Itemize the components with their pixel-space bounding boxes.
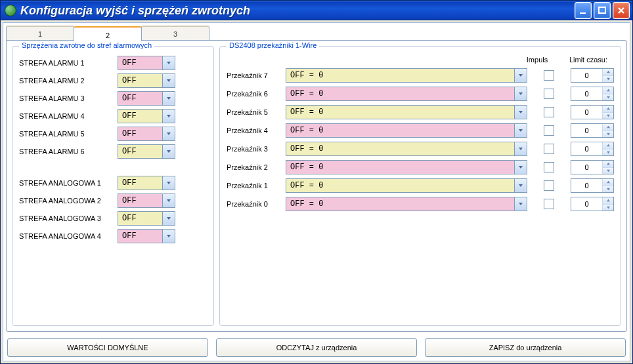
tab-3[interactable]: 3: [141, 26, 209, 41]
relay-label: Przekaźnik 0: [227, 200, 279, 208]
relay-row: Przekaźnik 3OFF = 00: [227, 141, 614, 157]
chevron-down-icon: [162, 127, 175, 140]
analog-row: STREFA ANALOGOWA 3OFF: [19, 211, 207, 226]
tab-1[interactable]: 1: [6, 26, 74, 41]
impuls-checkbox-2[interactable]: [544, 107, 554, 117]
analog-combo-2[interactable]: OFF: [118, 211, 175, 226]
relays-group: DS2408 przekaźniki 1-Wire Impuls Limit c…: [219, 46, 621, 326]
feedback-group: Sprzężenia zwrotne do stref alarmowych S…: [12, 46, 214, 326]
app-icon: [5, 5, 16, 16]
bottom-buttons: WARTOŚCI DOMYŚLNE ODCZYTAJ z urządzenia …: [7, 338, 626, 357]
relay-row: Przekaźnik 6OFF = 00: [227, 86, 614, 102]
limit-value: 0: [571, 69, 602, 82]
alarm-combo-0[interactable]: OFF: [118, 56, 175, 70]
spin-down-icon[interactable]: [603, 131, 613, 138]
analog-combo-3[interactable]: OFF: [118, 229, 175, 243]
alarm-combo-1[interactable]: OFF: [118, 73, 175, 88]
svg-rect-0: [580, 12, 586, 14]
impuls-cell: [534, 199, 564, 209]
relay-combo-4[interactable]: OFF = 0: [286, 142, 527, 156]
limit-spinner-3[interactable]: 0: [571, 123, 614, 138]
window: Konfiguracja wyjść i sprzężeń zwrotnych …: [0, 0, 633, 364]
analog-row: STREFA ANALOGOWA 1OFF: [19, 175, 207, 191]
spin-down-icon[interactable]: [603, 76, 613, 83]
defaults-button[interactable]: WARTOŚCI DOMYŚLNE: [7, 338, 208, 357]
impuls-cell: [534, 180, 564, 191]
spin-up-icon[interactable]: [603, 179, 613, 186]
limit-spinner-4[interactable]: 0: [571, 142, 614, 156]
alarm-combo-2[interactable]: OFF: [118, 91, 175, 106]
spin-down-icon[interactable]: [603, 94, 613, 101]
relay-combo-0[interactable]: OFF = 0: [286, 68, 527, 83]
spin-down-icon[interactable]: [603, 186, 613, 193]
chevron-down-icon: [162, 194, 175, 207]
impuls-cell: [534, 70, 564, 81]
impuls-checkbox-7[interactable]: [544, 199, 554, 209]
spin-down-icon[interactable]: [603, 150, 613, 156]
analog-label: STREFA ANALOGOWA 3: [19, 214, 118, 222]
relay-row: Przekaźnik 5OFF = 00: [227, 104, 614, 120]
spin-up-icon[interactable]: [603, 106, 613, 113]
spin-up-icon[interactable]: [603, 142, 613, 150]
alarm-combo-4[interactable]: OFF: [118, 127, 175, 141]
alarm-combo-1-value: OFF: [118, 74, 162, 87]
minimize-button[interactable]: [575, 2, 592, 19]
alarm-row: STREFA ALARMU 5OFF: [19, 126, 207, 142]
spin-down-icon[interactable]: [603, 168, 613, 174]
impuls-checkbox-3[interactable]: [544, 125, 554, 136]
impuls-cell: [534, 125, 564, 136]
relay-combo-1[interactable]: OFF = 0: [286, 87, 527, 101]
relay-combo-7[interactable]: OFF = 0: [286, 197, 527, 211]
spin-up-icon[interactable]: [603, 69, 613, 76]
impuls-checkbox-0[interactable]: [544, 70, 554, 81]
limit-spinner-0[interactable]: 0: [571, 68, 614, 83]
alarm-combo-5[interactable]: OFF: [118, 144, 175, 159]
spin-up-icon[interactable]: [603, 161, 613, 168]
spin-up-icon[interactable]: [603, 124, 613, 131]
tabstrip: 1 2 3: [6, 26, 630, 40]
feedback-legend: Sprzężenia zwrotne do stref alarmowych: [19, 41, 154, 49]
close-button[interactable]: [613, 2, 630, 19]
spin-up-icon[interactable]: [603, 197, 613, 205]
spin-up-icon[interactable]: [603, 87, 613, 94]
spinner-arrows: [602, 69, 613, 82]
relay-combo-6[interactable]: OFF = 0: [286, 178, 527, 193]
spin-down-icon[interactable]: [603, 205, 613, 211]
relay-combo-5[interactable]: OFF = 0: [286, 160, 527, 174]
analog-combo-1[interactable]: OFF: [118, 193, 175, 208]
tab-2[interactable]: 2: [74, 26, 142, 43]
impuls-checkbox-5[interactable]: [544, 162, 554, 172]
chevron-down-icon: [514, 69, 527, 82]
impuls-checkbox-6[interactable]: [544, 180, 554, 191]
limit-spinner-6[interactable]: 0: [571, 178, 614, 193]
limit-spinner-2[interactable]: 0: [571, 105, 614, 119]
alarm-label: STREFA ALARMU 6: [19, 148, 118, 155]
spinner-arrows: [602, 106, 613, 119]
alarm-row: STREFA ALARMU 3OFF: [19, 91, 207, 106]
alarm-combo-3[interactable]: OFF: [118, 109, 175, 123]
spin-down-icon[interactable]: [603, 113, 613, 119]
relay-combo-3-value: OFF = 0: [286, 124, 514, 137]
spinner-arrows: [602, 179, 613, 192]
limit-spinner-5[interactable]: 0: [571, 160, 614, 174]
impuls-checkbox-4[interactable]: [544, 144, 554, 154]
alarm-row: STREFA ALARMU 2OFF: [19, 73, 207, 89]
write-button[interactable]: ZAPISZ do urządzenia: [425, 338, 626, 357]
relay-combo-3[interactable]: OFF = 0: [286, 123, 527, 138]
limit-spinner-7[interactable]: 0: [571, 197, 614, 211]
chevron-down-icon: [162, 212, 175, 225]
impuls-cell: [534, 89, 564, 99]
read-button[interactable]: ODCZYTAJ z urządzenia: [216, 338, 417, 357]
limit-value: 0: [571, 197, 602, 211]
analog-combo-0[interactable]: OFF: [118, 176, 175, 190]
relay-combo-2[interactable]: OFF = 0: [286, 105, 527, 119]
maximize-button[interactable]: [594, 2, 611, 19]
chevron-down-icon: [514, 87, 527, 100]
relay-row: Przekaźnik 7OFF = 00: [227, 68, 614, 83]
relay-row: Przekaźnik 2OFF = 00: [227, 159, 614, 175]
chevron-down-icon: [162, 74, 175, 87]
limit-spinner-1[interactable]: 0: [571, 87, 614, 101]
alarm-label: STREFA ALARMU 4: [19, 112, 118, 120]
relay-label: Przekaźnik 1: [227, 182, 279, 190]
impuls-checkbox-1[interactable]: [544, 89, 554, 99]
